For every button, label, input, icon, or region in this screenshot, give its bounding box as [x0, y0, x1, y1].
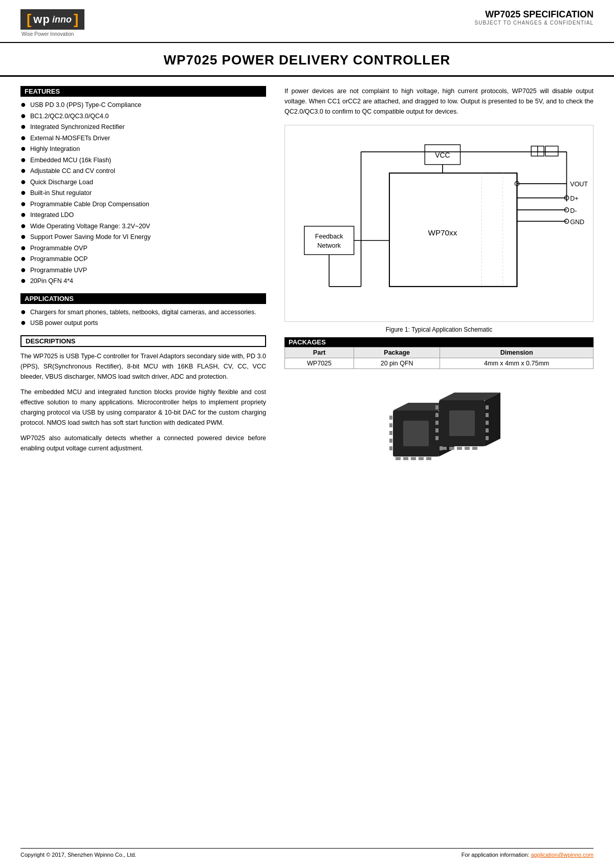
- content: FEATURES ●USB PD 3.0 (PPS) Type-C Compli…: [0, 77, 614, 469]
- logo-area: [ wp inno ] Wise Power Innovation: [20, 9, 84, 37]
- bullet-dot: ●: [20, 188, 26, 197]
- svg-rect-67: [435, 436, 438, 440]
- svg-rect-69: [486, 413, 489, 417]
- svg-rect-59: [449, 447, 454, 450]
- svg-rect-65: [435, 421, 438, 425]
- svg-rect-48: [389, 446, 392, 450]
- application-item: ●Chargers for smart phones, tablets, net…: [20, 308, 266, 317]
- header: [ wp inno ] Wise Power Innovation WP7025…: [0, 0, 614, 43]
- svg-rect-72: [486, 436, 489, 440]
- figure-caption: Figure 1: Typical Application Schematic: [284, 326, 594, 333]
- descriptions-paragraphs: The WP7025 is USB Type-C controller for …: [20, 351, 266, 453]
- svg-rect-46: [389, 431, 392, 435]
- svg-rect-66: [435, 428, 438, 432]
- right-description: If power devices are not complaint to hi…: [284, 86, 594, 117]
- logo-bracket-right: ]: [74, 12, 78, 27]
- packages-section: PACKAGES PartPackageDimension WP702520 p…: [284, 337, 594, 369]
- bullet-dot: ●: [20, 243, 26, 252]
- features-header: FEATURES: [20, 86, 266, 97]
- bullet-dot: ●: [20, 318, 26, 327]
- feature-item: ●Built-in Shut regulator: [20, 189, 266, 198]
- feature-item: ●Support Power Saving Mode for VI Energy: [20, 233, 266, 242]
- svg-rect-60: [457, 447, 462, 450]
- feature-item: ●Programmable UVP: [20, 266, 266, 275]
- feature-item: ●Programmable OVP: [20, 244, 266, 253]
- feature-item: ●Quick Discharge Load: [20, 178, 266, 187]
- footer-copyright: Copyright © 2017, Shenzhen Wpinno Co., L…: [20, 852, 136, 858]
- main-title: WP7025 POWER DELIVERY CONTROLLER: [20, 52, 594, 68]
- bullet-dot: ●: [20, 177, 26, 186]
- bullet-dot: ●: [20, 111, 26, 120]
- bullet-dot: ●: [20, 221, 26, 230]
- bullet-dot: ●: [20, 122, 26, 131]
- feature-item: ●Highly Integration: [20, 145, 266, 154]
- schematic-container: WP70xx VCC VOUT: [284, 125, 594, 322]
- feature-item: ●Programmable Cable Drop Compensation: [20, 200, 266, 209]
- svg-rect-63: [435, 405, 438, 409]
- feature-item: ●Embedded MCU (16k Flash): [20, 156, 266, 165]
- svg-rect-62: [472, 447, 477, 450]
- logo-box: [ wp inno ]: [20, 9, 84, 30]
- feature-item: ●USB PD 3.0 (PPS) Type-C Compliance: [20, 101, 266, 110]
- svg-text:Network: Network: [317, 242, 341, 249]
- packages-col-header: Dimension: [440, 348, 594, 358]
- description-paragraph: The WP7025 is USB Type-C controller for …: [20, 351, 266, 382]
- svg-text:Feedback: Feedback: [315, 233, 344, 240]
- application-item: ●USB power output ports: [20, 319, 266, 328]
- svg-rect-71: [486, 428, 489, 432]
- svg-rect-40: [403, 457, 408, 460]
- applications-header: APPLICATIONS: [20, 293, 266, 304]
- bullet-dot: ●: [20, 265, 26, 274]
- logo-subtitle: Wise Power Innovation: [20, 31, 74, 37]
- feature-item: ●Programmable OCP: [20, 255, 266, 264]
- svg-rect-45: [389, 423, 392, 427]
- bullet-dot: ●: [20, 276, 26, 285]
- packages-table-row: WP702520 pin QFN4mm x 4mm x 0.75mm: [285, 358, 594, 369]
- feature-item: ●Wide Operating Voltage Range: 3.2V~20V: [20, 222, 266, 231]
- bullet-dot: ●: [20, 155, 26, 164]
- descriptions-section: DESCRIPTIONS The WP7025 is USB Type-C co…: [20, 335, 266, 453]
- schematic-svg: WP70xx VCC VOUT: [290, 131, 588, 315]
- logo-wp: wp: [33, 13, 50, 26]
- svg-text:GND: GND: [570, 219, 584, 226]
- bullet-dot: ●: [20, 133, 26, 142]
- spec-subtitle: SUBJECT TO CHANGES & CONFIDENTIAL: [475, 20, 594, 26]
- footer-email-link[interactable]: application@wpinno.com: [531, 852, 594, 858]
- packages-col-header: Part: [285, 348, 354, 358]
- svg-rect-42: [419, 457, 424, 460]
- svg-rect-20: [304, 226, 354, 254]
- descriptions-header: DESCRIPTIONS: [20, 335, 266, 347]
- bullet-dot: ●: [20, 210, 26, 219]
- svg-rect-31: [545, 146, 558, 156]
- packages-table-body: WP702520 pin QFN4mm x 4mm x 0.75mm: [285, 358, 594, 369]
- packages-label: PACKAGES: [289, 338, 326, 346]
- logo-bracket-left: [: [27, 12, 31, 27]
- page: [ wp inno ] Wise Power Innovation WP7025…: [0, 0, 614, 868]
- svg-rect-44: [389, 416, 392, 420]
- applications-list: ●Chargers for smart phones, tablets, net…: [20, 308, 266, 328]
- spec-title: WP7025 SPECIFICATION: [475, 9, 594, 20]
- packages-table: PartPackageDimension WP702520 pin QFN4mm…: [284, 347, 594, 369]
- main-title-area: WP7025 POWER DELIVERY CONTROLLER: [0, 43, 614, 77]
- svg-rect-73: [449, 410, 475, 436]
- description-paragraph: The embedded MCU and integrated function…: [20, 387, 266, 428]
- bullet-dot: ●: [20, 144, 26, 153]
- feature-item: ●20Pin QFN 4*4: [20, 277, 266, 286]
- packages-table-cell: 4mm x 4mm x 0.75mm: [440, 358, 594, 369]
- bullet-dot: ●: [20, 166, 26, 175]
- svg-rect-61: [465, 447, 470, 450]
- svg-rect-47: [389, 439, 392, 443]
- description-paragraph: WP7025 also automatically detects whethe…: [20, 433, 266, 453]
- bullet-dot: ●: [20, 100, 26, 109]
- logo-inno: inno: [52, 14, 72, 25]
- svg-text:WP70xx: WP70xx: [428, 228, 457, 237]
- svg-rect-64: [435, 413, 438, 417]
- ic-image-area: [284, 377, 594, 469]
- feature-item: ●Integrated LDO: [20, 211, 266, 220]
- feature-item: ●Integrated Synchronized Rectifier: [20, 123, 266, 132]
- packages-table-cell: 20 pin QFN: [354, 358, 440, 369]
- left-column: FEATURES ●USB PD 3.0 (PPS) Type-C Compli…: [20, 86, 278, 469]
- svg-rect-43: [426, 457, 431, 460]
- svg-rect-39: [396, 457, 401, 460]
- bullet-dot: ●: [20, 232, 26, 241]
